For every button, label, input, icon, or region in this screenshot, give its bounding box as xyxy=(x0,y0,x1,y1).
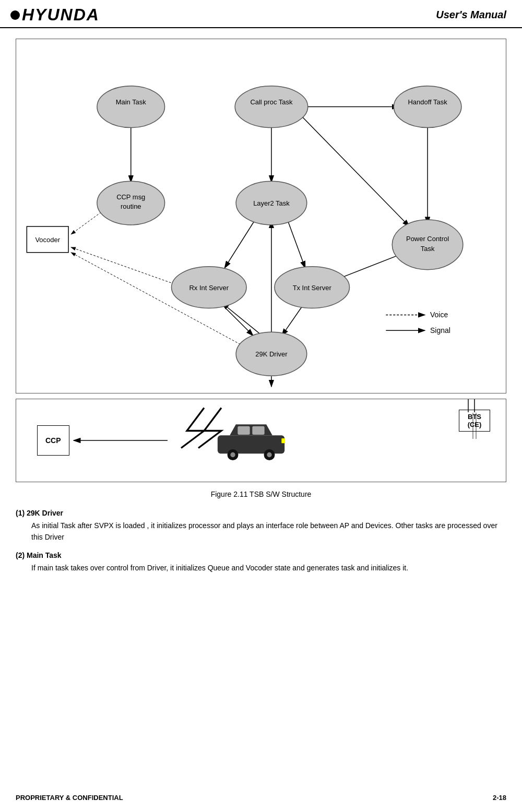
car-icon xyxy=(215,415,288,462)
bts-antenna-line xyxy=(474,399,476,412)
logo-area: HYUNDA xyxy=(10,5,100,25)
page-footer: PROPRIETARY & CONFIDENTIAL 2-18 xyxy=(0,794,522,802)
bts-label: BTS(CE) xyxy=(468,413,482,428)
car-illustration xyxy=(199,415,303,462)
svg-line-8 xyxy=(219,302,253,336)
svg-point-53 xyxy=(267,452,271,457)
content-area: (1) 29K Driver As initial Task after SVP… xyxy=(0,509,522,574)
svg-text:Voice: Voice xyxy=(430,311,448,319)
page-title: User's Manual xyxy=(436,9,506,21)
bts-box: BTS(CE) xyxy=(459,410,490,432)
page-header: HYUNDA User's Manual xyxy=(0,0,522,28)
footer-left: PROPRIETARY & CONFIDENTIAL xyxy=(16,794,123,802)
svg-rect-48 xyxy=(238,426,250,435)
illustration-area: CCP xyxy=(16,399,506,482)
svg-point-22 xyxy=(97,86,165,128)
svg-text:CCP msg: CCP msg xyxy=(116,193,145,201)
content-title-1: (1) 29K Driver xyxy=(16,509,506,517)
svg-line-17 xyxy=(300,115,409,226)
svg-line-10 xyxy=(222,303,261,335)
svg-text:Rx Int Server: Rx Int Server xyxy=(189,284,229,292)
svg-line-13 xyxy=(71,247,188,289)
content-title-2: (2) Main Task xyxy=(16,551,506,559)
svg-point-24 xyxy=(235,86,308,128)
svg-text:Call proc Task: Call proc Task xyxy=(250,98,293,106)
svg-text:29K Driver: 29K Driver xyxy=(255,350,288,358)
content-item-1: (1) 29K Driver As initial Task after SVP… xyxy=(16,509,506,543)
figure-caption: Figure 2.11 TSB S/W Structure xyxy=(0,490,522,498)
bts-antenna-line2 xyxy=(468,399,469,412)
content-body-1: As initial Task after SVPX is loaded , i… xyxy=(31,520,506,543)
svg-text:Layer2 Task: Layer2 Task xyxy=(253,199,290,207)
ccp-box: CCP xyxy=(37,425,69,456)
svg-line-7 xyxy=(287,219,305,268)
svg-line-6 xyxy=(224,219,256,268)
bts-to-ccp-arrow xyxy=(68,435,173,446)
svg-rect-47 xyxy=(218,435,284,453)
logo-text: HYUNDA xyxy=(22,5,100,25)
svg-text:Vocoder: Vocoder xyxy=(35,236,60,244)
svg-text:Tx Int Server: Tx Int Server xyxy=(293,284,332,292)
figure-caption-text: Figure 2.11 TSB S/W Structure xyxy=(211,490,312,498)
svg-text:routine: routine xyxy=(121,202,141,210)
svg-text:Task: Task xyxy=(421,245,435,253)
diagram-svg: Voice Signal Main Task Call proc Task Ha… xyxy=(16,39,506,393)
svg-text:Handoff Task: Handoff Task xyxy=(408,98,447,106)
content-body-2: If main task takes over control from Dri… xyxy=(31,562,506,574)
content-item-2: (2) Main Task If main task takes over co… xyxy=(16,551,506,574)
diagram-container: Voice Signal Main Task Call proc Task Ha… xyxy=(16,39,506,393)
svg-point-51 xyxy=(230,452,235,457)
svg-rect-49 xyxy=(252,426,264,435)
ccp-label: CCP xyxy=(45,436,61,445)
footer-right: 2-18 xyxy=(493,794,506,802)
svg-text:Main Task: Main Task xyxy=(116,98,147,106)
svg-point-26 xyxy=(394,86,461,128)
svg-text:Signal: Signal xyxy=(430,326,450,335)
logo-dot-icon xyxy=(10,10,20,20)
svg-text:Power Control: Power Control xyxy=(406,235,449,243)
svg-rect-54 xyxy=(281,438,285,443)
